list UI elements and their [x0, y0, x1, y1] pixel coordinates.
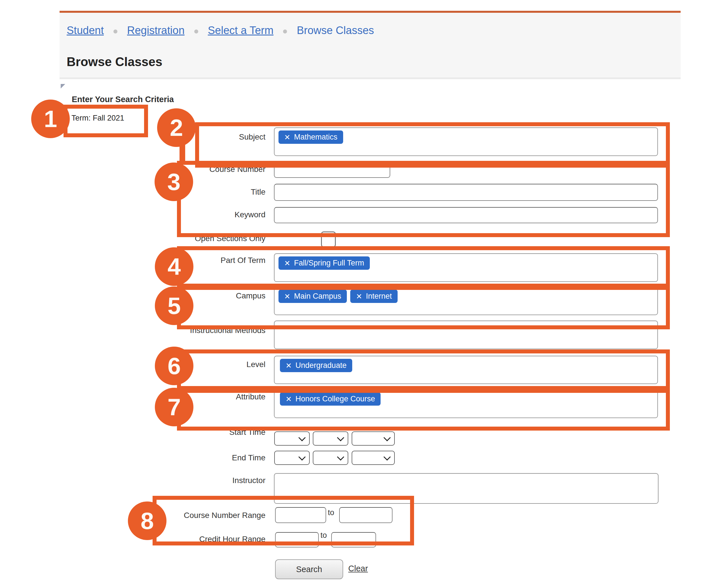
panel-corner-triangle-icon — [61, 84, 65, 88]
start-time-minute-select[interactable] — [313, 432, 348, 446]
credit-hour-range-label: Credit Hour Range — [85, 534, 265, 544]
remove-tag-icon[interactable]: ✕ — [284, 133, 291, 141]
start-time-label: Start Time — [85, 427, 265, 437]
title-input[interactable] — [274, 184, 658, 201]
page-title: Browse Classes — [67, 55, 163, 69]
callout-circle-1: 1 — [31, 100, 70, 138]
campus-tag-internet[interactable]: ✕ Internet — [350, 290, 397, 303]
breadcrumb-separator-dot — [194, 29, 198, 34]
breadcrumb: Student Registration Select a Term Brows… — [67, 24, 374, 37]
credit-hour-range-from-input[interactable] — [275, 532, 319, 547]
attribute-tag-honors-college-course[interactable]: ✕ Honors College Course — [280, 392, 381, 406]
instructor-multiselect[interactable] — [274, 473, 659, 504]
chevron-down-icon — [337, 434, 344, 441]
chevron-down-icon — [383, 453, 390, 460]
tag-label: Mathematics — [294, 133, 338, 142]
browse-classes-page: Student Registration Select a Term Brows… — [0, 0, 726, 588]
breadcrumb-item-select-a-term[interactable]: Select a Term — [208, 24, 274, 37]
credit-hour-range-to-input[interactable] — [331, 532, 376, 547]
term-label: Term: Fall 2021 — [71, 114, 124, 123]
remove-tag-icon[interactable]: ✕ — [284, 293, 291, 300]
breadcrumb-item-browse-classes: Browse Classes — [297, 24, 374, 37]
header-accent-line — [60, 11, 681, 13]
credit-hour-range-to-label: to — [320, 531, 327, 540]
keyword-input[interactable] — [274, 207, 658, 223]
tag-label: Undergraduate — [296, 361, 346, 370]
callout-circle-7: 7 — [155, 388, 193, 426]
callout-circle-5: 5 — [155, 287, 193, 325]
course-number-range-label: Course Number Range — [85, 510, 265, 520]
end-time-hour-select[interactable] — [274, 451, 310, 465]
chevron-down-icon — [298, 434, 305, 441]
tag-label: Main Campus — [294, 292, 341, 301]
subject-multiselect[interactable]: ✕ Mathematics — [274, 127, 658, 156]
callout-circle-2: 2 — [157, 108, 196, 147]
chevron-down-icon — [337, 453, 344, 460]
callout-circle-4: 4 — [155, 247, 193, 286]
instructional-methods-label: Instructional Methods — [85, 326, 265, 335]
remove-tag-icon[interactable]: ✕ — [285, 395, 292, 403]
remove-tag-icon[interactable]: ✕ — [284, 259, 291, 267]
open-sections-only-checkbox[interactable] — [321, 231, 336, 247]
clear-link[interactable]: Clear — [348, 564, 368, 573]
course-number-input[interactable] — [274, 162, 390, 178]
search-button[interactable]: Search — [275, 559, 343, 579]
breadcrumb-separator-dot — [113, 29, 118, 34]
instructor-label: Instructor — [85, 476, 265, 485]
course-number-range-to-label: to — [328, 508, 334, 517]
start-time-meridiem-select[interactable] — [351, 432, 395, 446]
end-time-label: End Time — [85, 453, 265, 463]
campus-tag-main-campus[interactable]: ✕ Main Campus — [278, 290, 347, 303]
course-number-range-from-input[interactable] — [275, 507, 326, 523]
callout-circle-3: 3 — [154, 163, 193, 201]
page-header — [60, 13, 681, 79]
part-of-term-multiselect[interactable]: ✕ Fall/Spring Full Term — [274, 253, 658, 282]
chevron-down-icon — [298, 453, 305, 460]
breadcrumb-item-registration[interactable]: Registration — [127, 24, 185, 37]
campus-multiselect[interactable]: ✕ Main Campus ✕ Internet — [274, 287, 658, 315]
breadcrumb-item-student[interactable]: Student — [67, 24, 104, 37]
open-sections-only-label: Open Sections Only — [85, 234, 265, 244]
end-time-minute-select[interactable] — [313, 451, 348, 465]
subject-tag-mathematics[interactable]: ✕ Mathematics — [278, 130, 343, 144]
callout-circle-6: 6 — [155, 346, 193, 385]
instructional-methods-multiselect[interactable] — [274, 320, 658, 349]
callout-circle-8: 8 — [128, 502, 167, 540]
tag-label: Honors College Course — [296, 395, 375, 403]
breadcrumb-separator-dot — [283, 29, 287, 34]
keyword-label: Keyword — [85, 210, 265, 219]
course-number-range-to-input[interactable] — [339, 507, 392, 523]
search-criteria-heading: Enter Your Search Criteria — [72, 95, 174, 104]
end-time-meridiem-select[interactable] — [351, 451, 395, 465]
part-of-term-tag-fall-spring-full-term[interactable]: ✕ Fall/Spring Full Term — [278, 256, 370, 270]
chevron-down-icon — [383, 434, 390, 441]
tag-label: Fall/Spring Full Term — [294, 259, 364, 268]
level-multiselect[interactable]: ✕ Undergraduate — [274, 356, 658, 384]
tag-label: Internet — [366, 292, 392, 301]
attribute-multiselect[interactable]: ✕ Honors College Course — [274, 389, 658, 418]
level-tag-undergraduate[interactable]: ✕ Undergraduate — [280, 359, 352, 372]
remove-tag-icon[interactable]: ✕ — [285, 362, 292, 369]
remove-tag-icon[interactable]: ✕ — [356, 293, 362, 300]
start-time-hour-select[interactable] — [274, 432, 310, 446]
